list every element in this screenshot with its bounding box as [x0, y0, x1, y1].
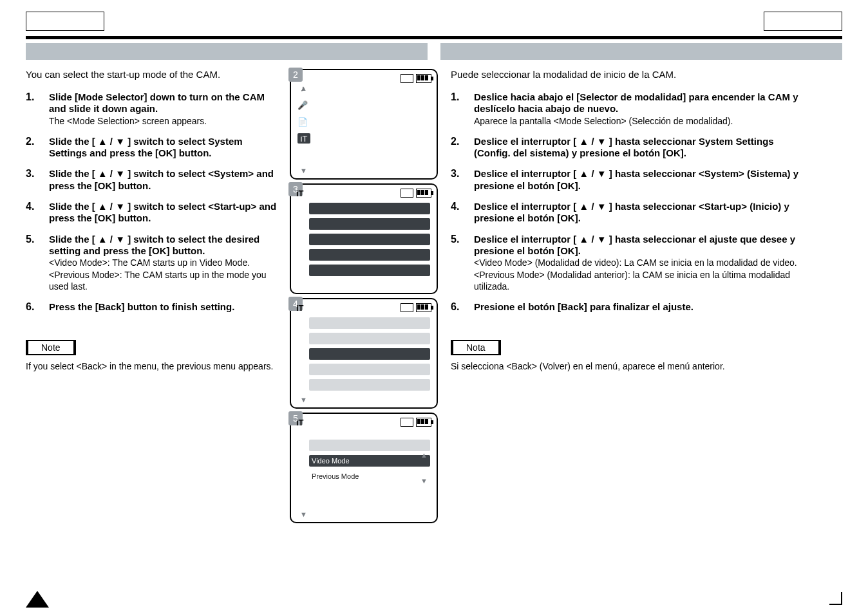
- battery-icon: [416, 189, 431, 198]
- intro-en: You can select the start-up mode of the …: [26, 69, 277, 80]
- step-num: 1.: [26, 91, 49, 127]
- step-bold: Slide [Mode Selector] down to turn on th…: [49, 91, 265, 114]
- arrow-down-icon: ▼: [300, 510, 307, 518]
- step-num: 5.: [26, 234, 49, 292]
- step-num: 4.: [26, 201, 49, 225]
- header-tab-right: [764, 12, 842, 31]
- rule: [26, 36, 842, 39]
- step-num: 4.: [451, 201, 474, 225]
- menu-row-selected: [309, 348, 430, 360]
- step-bold: Slide the [ ▲ / ▼ ] switch to select <Sy…: [49, 168, 274, 191]
- page-marker-triangle-icon: [26, 591, 49, 608]
- sd-icon: [401, 74, 413, 83]
- settings-icon: iT: [296, 418, 304, 427]
- step-num: 6.: [26, 301, 49, 313]
- step-sub: <Video Mode>: The CAM starts up in Video…: [49, 257, 266, 292]
- menu-row: [309, 364, 430, 375]
- step-bold: Deslice hacia abajo el [Selector de moda…: [474, 91, 798, 114]
- lcd-screen-3: 3 iT: [290, 183, 438, 294]
- step-sub: <Video Mode> (Modalidad de video): La CA…: [474, 257, 797, 292]
- step-num: 5.: [451, 234, 474, 292]
- note-label-es: Nota: [451, 340, 501, 355]
- step-bold: Deslice el interruptor [ ▲ / ▼ ] hasta s…: [474, 234, 795, 256]
- step-num: 2.: [26, 136, 49, 160]
- step-bold: Presione el botón [Back] para finalizar …: [474, 301, 693, 312]
- option-previous-mode: Previous Mode: [309, 470, 430, 482]
- step-sub: The <Mode Selection> screen appears.: [49, 116, 207, 126]
- step-bold: Slide the [ ▲ / ▼ ] switch to select Sys…: [49, 136, 243, 158]
- section-band-right: [440, 43, 842, 60]
- menu-row: [309, 440, 430, 451]
- sd-icon: [401, 303, 413, 312]
- step-bold: Deslice el interruptor [ ▲ / ▼ ] hasta s…: [474, 201, 789, 223]
- arrow-down-icon: ▼: [300, 167, 307, 174]
- header-tab-left: [26, 12, 104, 31]
- note-text-es: Si selecciona <Back> (Volver) en el menú…: [451, 360, 811, 373]
- arrow-down-icon: ▼: [420, 477, 428, 485]
- step-bold: Slide the [ ▲ / ▼ ] switch to select the…: [49, 234, 259, 256]
- step-num: 3.: [451, 168, 474, 192]
- file-icon: 📄: [297, 116, 308, 127]
- music-icon: ♪: [297, 83, 308, 93]
- step-bold: Press the [Back] button to finish settin…: [49, 301, 234, 312]
- section-band-left: [26, 43, 428, 60]
- menu-row: [309, 218, 430, 230]
- crop-mark-icon: [829, 592, 842, 605]
- step-bold: Slide the [ ▲ / ▼ ] switch to select <St…: [49, 201, 276, 223]
- step-num: 2.: [451, 136, 474, 160]
- lcd-screen-2: 2 ▲ ♪ 🎤 📄 iT ▼: [290, 69, 438, 180]
- battery-icon: [416, 418, 431, 427]
- sd-icon: [401, 418, 413, 427]
- step-num: 3.: [26, 168, 49, 192]
- step-bold: Deslice el interruptor [ ▲ / ▼ ] hasta s…: [474, 136, 774, 158]
- menu-row: [309, 317, 430, 329]
- sd-icon: [401, 189, 413, 198]
- screen-badge: 2: [288, 68, 303, 82]
- arrow-up-icon: ▲: [420, 451, 428, 459]
- lcd-screen-4: 4 iT ▼: [290, 298, 438, 409]
- intro-es: Puede seleccionar la modalidad de inicio…: [451, 69, 811, 80]
- step-sub: Aparece la pantalla <Mode Selection> (Se…: [474, 116, 733, 126]
- battery-icon: [416, 303, 431, 312]
- settings-icon: iT: [296, 303, 304, 313]
- settings-icon: iT: [297, 133, 310, 144]
- settings-icon: iT: [296, 189, 304, 198]
- mic-icon: 🎤: [297, 100, 308, 110]
- menu-row: [309, 333, 430, 344]
- menu-row: [309, 234, 430, 245]
- step-num: 1.: [451, 91, 474, 127]
- arrow-down-icon: ▼: [300, 396, 307, 404]
- note-text-en: If you select <Back> in the menu, the pr…: [26, 360, 277, 373]
- step-bold: Deslice el interruptor [ ▲ / ▼ ] hasta s…: [474, 168, 798, 191]
- menu-row: [309, 265, 430, 276]
- lcd-screen-5: 5 iT Video Mode Previous Mode ▲ ▼ ▼: [290, 413, 438, 523]
- note-label-en: Note: [26, 340, 76, 355]
- option-video-mode: Video Mode: [309, 455, 430, 467]
- menu-row: [309, 249, 430, 261]
- step-num: 6.: [451, 301, 474, 313]
- menu-row: [309, 379, 430, 391]
- menu-row: [309, 203, 430, 214]
- battery-icon: [416, 74, 431, 83]
